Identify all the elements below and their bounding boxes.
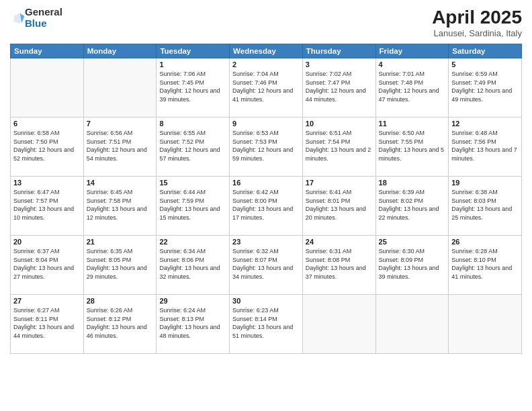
day-number: 4: [379, 60, 446, 68]
day-info: Sunrise: 7:01 AM Sunset: 7:48 PM Dayligh…: [379, 70, 446, 103]
day-number: 15: [159, 179, 226, 187]
day-cell: 30Sunrise: 6:23 AM Sunset: 8:14 PM Dayli…: [230, 295, 303, 354]
day-cell: 25Sunrise: 6:30 AM Sunset: 8:09 PM Dayli…: [375, 236, 449, 295]
day-cell: 24Sunrise: 6:31 AM Sunset: 8:08 PM Dayli…: [302, 236, 375, 295]
day-cell: 21Sunrise: 6:35 AM Sunset: 8:05 PM Dayli…: [83, 236, 157, 295]
day-cell: 6Sunrise: 6:58 AM Sunset: 7:50 PM Daylig…: [11, 118, 84, 177]
day-number: 24: [306, 238, 373, 246]
day-cell: 2Sunrise: 7:04 AM Sunset: 7:46 PM Daylig…: [230, 58, 303, 118]
day-cell: [449, 295, 522, 354]
day-info: Sunrise: 6:26 AM Sunset: 8:12 PM Dayligh…: [87, 306, 154, 340]
day-number: 5: [451, 60, 519, 68]
day-cell: 15Sunrise: 6:44 AM Sunset: 7:59 PM Dayli…: [157, 177, 230, 236]
day-cell: 26Sunrise: 6:28 AM Sunset: 8:10 PM Dayli…: [449, 236, 522, 295]
day-cell: 5Sunrise: 6:59 AM Sunset: 7:49 PM Daylig…: [449, 58, 522, 118]
day-cell: 29Sunrise: 6:24 AM Sunset: 8:13 PM Dayli…: [157, 295, 230, 354]
day-cell: 11Sunrise: 6:50 AM Sunset: 7:55 PM Dayli…: [375, 118, 449, 177]
day-info: Sunrise: 6:38 AM Sunset: 8:03 PM Dayligh…: [451, 188, 519, 222]
day-info: Sunrise: 6:56 AM Sunset: 7:51 PM Dayligh…: [87, 129, 154, 163]
day-info: Sunrise: 6:39 AM Sunset: 8:02 PM Dayligh…: [379, 188, 446, 222]
logo-general: General: [25, 7, 62, 18]
day-number: 19: [451, 179, 519, 187]
day-number: 14: [87, 179, 154, 187]
day-info: Sunrise: 6:47 AM Sunset: 7:57 PM Dayligh…: [13, 188, 81, 222]
header-cell-thursday: Thursday: [302, 44, 375, 58]
day-info: Sunrise: 6:24 AM Sunset: 8:13 PM Dayligh…: [159, 306, 226, 340]
day-info: Sunrise: 6:42 AM Sunset: 8:00 PM Dayligh…: [232, 188, 300, 222]
day-number: 16: [232, 179, 300, 187]
day-cell: 3Sunrise: 7:02 AM Sunset: 7:47 PM Daylig…: [302, 58, 375, 118]
day-cell: 28Sunrise: 6:26 AM Sunset: 8:12 PM Dayli…: [83, 295, 157, 354]
day-number: 12: [451, 120, 519, 128]
week-row-1: 1Sunrise: 7:06 AM Sunset: 7:45 PM Daylig…: [11, 58, 522, 118]
logo-blue: Blue: [25, 18, 62, 30]
day-cell: 1Sunrise: 7:06 AM Sunset: 7:45 PM Daylig…: [157, 58, 230, 118]
day-number: 27: [13, 297, 81, 305]
day-number: 8: [159, 120, 226, 128]
day-info: Sunrise: 6:23 AM Sunset: 8:14 PM Dayligh…: [232, 306, 300, 340]
day-info: Sunrise: 6:55 AM Sunset: 7:52 PM Dayligh…: [159, 129, 226, 163]
day-info: Sunrise: 6:53 AM Sunset: 7:53 PM Dayligh…: [232, 129, 300, 163]
day-cell: 20Sunrise: 6:37 AM Sunset: 8:04 PM Dayli…: [11, 236, 84, 295]
day-cell: 22Sunrise: 6:34 AM Sunset: 8:06 PM Dayli…: [157, 236, 230, 295]
day-number: 3: [306, 60, 373, 68]
day-info: Sunrise: 7:06 AM Sunset: 7:45 PM Dayligh…: [159, 70, 226, 103]
title-month: April 2025: [432, 7, 522, 28]
calendar-table: SundayMondayTuesdayWednesdayThursdayFrid…: [10, 44, 522, 354]
day-info: Sunrise: 6:34 AM Sunset: 8:06 PM Dayligh…: [159, 247, 226, 281]
day-cell: 9Sunrise: 6:53 AM Sunset: 7:53 PM Daylig…: [230, 118, 303, 177]
title-block: April 2025 Lanusei, Sardinia, Italy: [432, 7, 522, 38]
day-number: 21: [87, 238, 154, 246]
day-cell: 7Sunrise: 6:56 AM Sunset: 7:51 PM Daylig…: [83, 118, 157, 177]
header-cell-saturday: Saturday: [449, 44, 522, 58]
day-cell: 19Sunrise: 6:38 AM Sunset: 8:03 PM Dayli…: [449, 177, 522, 236]
header-cell-sunday: Sunday: [11, 44, 84, 58]
day-cell: 4Sunrise: 7:01 AM Sunset: 7:48 PM Daylig…: [375, 58, 449, 118]
day-number: 1: [159, 60, 226, 68]
day-cell: 13Sunrise: 6:47 AM Sunset: 7:57 PM Dayli…: [11, 177, 84, 236]
week-row-5: 27Sunrise: 6:27 AM Sunset: 8:11 PM Dayli…: [11, 295, 522, 354]
day-cell: 18Sunrise: 6:39 AM Sunset: 8:02 PM Dayli…: [375, 177, 449, 236]
day-number: 30: [232, 297, 300, 305]
day-number: 13: [13, 179, 81, 187]
day-info: Sunrise: 6:31 AM Sunset: 8:08 PM Dayligh…: [306, 247, 373, 281]
week-row-2: 6Sunrise: 6:58 AM Sunset: 7:50 PM Daylig…: [11, 118, 522, 177]
day-cell: 12Sunrise: 6:48 AM Sunset: 7:56 PM Dayli…: [449, 118, 522, 177]
day-number: 7: [87, 120, 154, 128]
day-info: Sunrise: 6:50 AM Sunset: 7:55 PM Dayligh…: [379, 129, 446, 163]
day-cell: 16Sunrise: 6:42 AM Sunset: 8:00 PM Dayli…: [230, 177, 303, 236]
day-info: Sunrise: 6:30 AM Sunset: 8:09 PM Dayligh…: [379, 247, 446, 281]
day-cell: [375, 295, 449, 354]
header-cell-tuesday: Tuesday: [157, 44, 230, 58]
title-location: Lanusei, Sardinia, Italy: [432, 28, 522, 38]
day-info: Sunrise: 6:35 AM Sunset: 8:05 PM Dayligh…: [87, 247, 154, 281]
week-row-3: 13Sunrise: 6:47 AM Sunset: 7:57 PM Dayli…: [11, 177, 522, 236]
day-number: 26: [451, 238, 519, 246]
day-info: Sunrise: 6:48 AM Sunset: 7:56 PM Dayligh…: [451, 129, 519, 163]
day-info: Sunrise: 6:32 AM Sunset: 8:07 PM Dayligh…: [232, 247, 300, 281]
day-number: 28: [87, 297, 154, 305]
header-row: SundayMondayTuesdayWednesdayThursdayFrid…: [11, 44, 522, 58]
day-number: 9: [232, 120, 300, 128]
day-info: Sunrise: 6:44 AM Sunset: 7:59 PM Dayligh…: [159, 188, 226, 222]
day-number: 6: [13, 120, 81, 128]
day-number: 22: [159, 238, 226, 246]
day-cell: 8Sunrise: 6:55 AM Sunset: 7:52 PM Daylig…: [157, 118, 230, 177]
page: General Blue April 2025 Lanusei, Sardini…: [0, 0, 532, 411]
day-info: Sunrise: 7:02 AM Sunset: 7:47 PM Dayligh…: [306, 70, 373, 103]
day-number: 11: [379, 120, 446, 128]
day-number: 18: [379, 179, 446, 187]
day-number: 10: [306, 120, 373, 128]
week-row-4: 20Sunrise: 6:37 AM Sunset: 8:04 PM Dayli…: [11, 236, 522, 295]
day-info: Sunrise: 7:04 AM Sunset: 7:46 PM Dayligh…: [232, 70, 300, 103]
day-info: Sunrise: 6:37 AM Sunset: 8:04 PM Dayligh…: [13, 247, 81, 281]
day-cell: [11, 58, 84, 118]
day-number: 2: [232, 60, 300, 68]
day-info: Sunrise: 6:45 AM Sunset: 7:58 PM Dayligh…: [87, 188, 154, 222]
day-info: Sunrise: 6:58 AM Sunset: 7:50 PM Dayligh…: [13, 129, 81, 163]
day-number: 29: [159, 297, 226, 305]
day-info: Sunrise: 6:59 AM Sunset: 7:49 PM Dayligh…: [451, 70, 519, 103]
day-cell: 27Sunrise: 6:27 AM Sunset: 8:11 PM Dayli…: [11, 295, 84, 354]
header-cell-wednesday: Wednesday: [230, 44, 303, 58]
day-cell: [302, 295, 375, 354]
